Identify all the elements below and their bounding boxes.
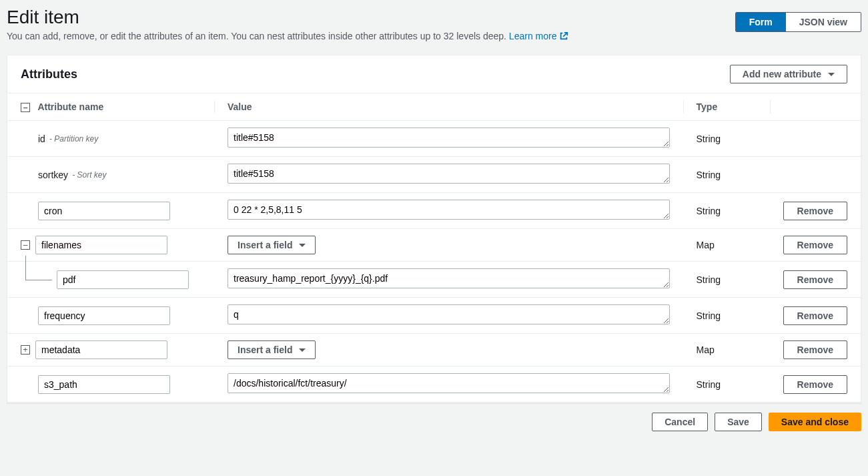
attr-name: sortkey [38,170,68,180]
partition-key-tag: - Partition key [49,134,98,144]
attr-name-input-filenames[interactable] [35,236,167,254]
add-attribute-button[interactable]: Add new attribute [730,65,847,83]
value-input-sortkey[interactable] [228,164,670,184]
attr-name-input-frequency[interactable] [38,306,170,325]
type-cell: String [683,121,770,157]
remove-button[interactable]: Remove [783,236,847,254]
insert-field-button[interactable]: Insert a field [228,340,316,359]
remove-button[interactable]: Remove [783,375,847,394]
collapse-icon[interactable]: – [21,240,30,250]
remove-button[interactable]: Remove [783,340,847,359]
view-toggle: Form JSON view [735,12,861,32]
footer-actions: Cancel Save Save and close [7,403,861,434]
type-cell: String [683,367,770,403]
type-cell: Map [683,229,770,262]
value-input-id[interactable] [228,128,670,148]
page-title: Edit item [7,7,568,28]
save-close-button[interactable]: Save and close [769,413,861,431]
insert-field-button[interactable]: Insert a field [228,236,316,254]
learn-more-link[interactable]: Learn more [509,31,568,41]
remove-button[interactable]: Remove [783,202,847,220]
type-cell: Map [683,334,770,367]
value-input-pdf[interactable] [228,268,670,288]
expand-icon[interactable]: + [21,345,30,354]
col-name-header: Attribute name [37,101,103,112]
attr-name-input-cron[interactable] [38,202,170,220]
attributes-panel: Attributes Add new attribute – Attribute… [7,55,861,403]
attr-name: id [38,134,45,144]
table-row: + Insert a field Map Remove [7,334,861,367]
table-row: id - Partition key String [7,121,861,157]
table-row: sortkey - Sort key String [7,157,861,193]
attr-name-input-pdf[interactable] [57,270,189,289]
type-cell: String [683,193,770,229]
type-cell: String [683,157,770,193]
view-form-button[interactable]: Form [736,13,786,31]
collapse-all-icon[interactable]: – [21,103,30,112]
type-cell: String [683,262,770,298]
external-link-icon [559,31,568,41]
remove-button[interactable]: Remove [783,306,847,325]
view-json-button[interactable]: JSON view [786,13,861,31]
table-row: String Remove [7,298,861,334]
table-row: – Insert a field Map Remove [7,229,861,262]
remove-button[interactable]: Remove [783,270,847,289]
save-button[interactable]: Save [715,413,762,431]
table-row: String Remove [7,262,861,298]
attr-name-input-s3path[interactable] [38,375,170,394]
table-row: String Remove [7,367,861,403]
value-input-frequency[interactable] [228,304,670,324]
sort-key-tag: - Sort key [72,170,106,180]
col-value-header: Value [214,93,683,121]
page-subtitle: You can add, remove, or edit the attribu… [7,31,568,41]
panel-title: Attributes [21,67,77,81]
value-input-cron[interactable] [228,200,670,220]
type-cell: String [683,298,770,334]
value-input-s3path[interactable] [228,373,670,393]
attr-name-input-metadata[interactable] [35,340,167,359]
cancel-button[interactable]: Cancel [652,413,708,431]
attributes-table: – Attribute name Value Type id - Partiti… [7,93,861,403]
table-row: String Remove [7,193,861,229]
col-type-header: Type [683,93,770,121]
